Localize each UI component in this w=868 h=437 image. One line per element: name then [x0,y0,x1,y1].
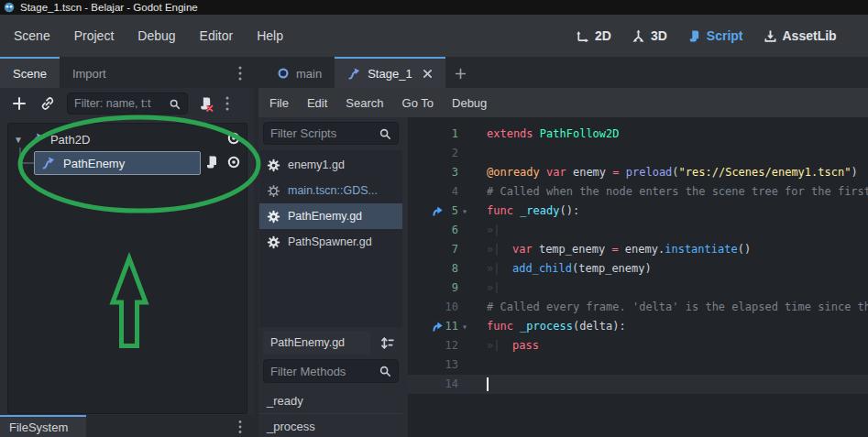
filesystem-options-icon[interactable] [237,420,243,434]
code-text: extends PathFollow2D [487,125,868,144]
2d-icon [576,29,589,43]
line-number: 3 [426,163,458,182]
add-node-icon[interactable] [11,95,27,112]
filter-scripts-input[interactable]: Filter Scripts [263,122,399,145]
scene-tab-stage1[interactable]: Stage_1 [335,57,445,88]
script-list: enemy1.gd main.tscn::GDS... PathEnemy.gd… [259,150,402,327]
code-line-6[interactable]: 6»| [408,221,868,240]
workspace-script-button[interactable]: Script [687,28,743,43]
tab-scene[interactable]: Scene [0,57,60,88]
code-line-2[interactable]: 2 [408,144,868,163]
method-item-process[interactable]: _process [259,414,402,437]
script-item-pathspawner[interactable]: PathSpawner.gd [259,229,402,255]
fold-chevron-icon[interactable]: ▾ [462,202,467,221]
collapse-chevron-icon[interactable]: ▼ [14,135,23,145]
tree-options-icon[interactable] [225,95,230,112]
code-line-3[interactable]: 3@onready var enemy = preload("res://Sce… [408,163,868,182]
script-list-panel: Filter Scripts enemy1.gd main.tscn::GDS.… [258,117,403,437]
code-line-1[interactable]: 1extends PathFollow2D [408,125,868,144]
code-text: »| [487,221,868,240]
tab-indent-marker: »| [487,259,512,279]
visibility-eye-icon[interactable] [226,131,241,146]
code-line-9[interactable]: 9»| [408,279,868,298]
menu-debug[interactable]: Debug [126,15,187,57]
gear-icon [267,235,280,249]
scene-tab-main[interactable]: main [264,59,335,88]
gear-icon [267,158,280,172]
tab-indent-marker: »| [487,240,512,259]
current-script-name: PathEnemy.gd [263,331,370,355]
godot-logo-icon [4,2,15,13]
workspace-3d-button[interactable]: 3D [632,28,667,43]
script-menu-file[interactable]: File [260,96,298,110]
tab-indent-marker: »| [487,221,512,240]
detach-script-icon[interactable] [197,95,214,112]
method-list: _ready _process [259,388,402,437]
line-number: 5 [426,202,458,221]
code-line-8[interactable]: 8»|add_child(temp_enemy) [408,259,868,279]
scene-tab-bar: main Stage_1 [258,57,868,88]
code-line-7[interactable]: 7»|var temp_enemy = enemy.instantiate() [408,240,868,259]
fold-chevron-icon[interactable]: ▾ [462,317,467,336]
code-line-12[interactable]: 12»|pass [408,336,868,355]
line-number: 6 [426,221,458,240]
script-menu-goto[interactable]: Go To [393,96,443,110]
download-icon [764,29,777,43]
line-number: 11 [426,317,458,336]
scene-tree-panel: ▼ Path2D PathEnemy [7,123,247,414]
workspace-2d-button[interactable]: 2D [576,28,611,43]
script-item-pathenemy[interactable]: PathEnemy.gd [259,203,402,229]
code-text: func _ready(): [487,202,868,221]
workspace-assetlib-button[interactable]: AssetLib [764,28,837,43]
code-editor[interactable]: 1extends PathFollow2D23@onready var enem… [408,117,868,437]
3d-icon [632,29,645,43]
script-menu-search[interactable]: Search [336,96,392,110]
close-tab-icon[interactable] [423,69,433,79]
menu-project[interactable]: Project [62,15,126,57]
code-line-4[interactable]: 4# Called when the node enters the scene… [408,182,868,202]
tab-filesystem[interactable]: FileSystem [0,415,86,437]
code-line-13[interactable]: 13 [408,355,868,375]
sort-methods-icon[interactable] [375,331,400,355]
script-menu-edit[interactable]: Edit [298,96,336,110]
dock-options-icon[interactable] [237,65,243,82]
code-line-10[interactable]: 10# Called every frame. 'delta' is the e… [408,298,868,317]
code-line-5[interactable]: 5▾func _ready(): [408,202,868,221]
code-text: »|var temp_enemy = enemy.instantiate() [487,240,868,259]
code-line-11[interactable]: 11▾func _process(delta): [408,317,868,336]
menu-editor[interactable]: Editor [188,15,246,57]
line-number: 1 [426,125,458,144]
instance-scene-link-icon[interactable] [39,95,56,112]
gear-outline-icon [267,184,280,198]
node2d-circle-icon [277,67,290,80]
tree-guide-line [19,162,34,164]
line-number: 9 [426,279,458,298]
workspace-switcher: 2D 3D Script AssetLib [576,15,837,57]
code-text: »|pass [487,336,868,355]
menu-scene[interactable]: Scene [2,15,62,57]
code-line-14[interactable]: 14 [408,375,868,394]
code-text: func _process(delta): [487,317,868,336]
tab-indent-marker: »| [487,279,512,298]
path2d-node-icon [29,132,44,147]
visibility-eye-icon[interactable] [226,155,241,169]
node-label: PathEnemy [63,157,125,170]
new-scene-tab-icon[interactable] [445,59,476,88]
tree-node-path2d[interactable]: ▼ Path2D [14,129,90,149]
search-icon [379,365,391,377]
script-menu-debug[interactable]: Debug [443,96,496,110]
scene-filter-input[interactable]: Filter: name, t:t [67,93,188,115]
method-item-ready[interactable]: _ready [259,388,402,414]
menu-help[interactable]: Help [245,15,295,57]
tree-node-pathenemy[interactable]: PathEnemy [34,151,201,175]
script-item-enemy1[interactable]: enemy1.gd [259,152,402,178]
attached-script-icon[interactable] [204,155,219,169]
filesystem-dock-header: FileSystem [0,415,254,437]
script-item-builtin[interactable]: main.tscn::GDS... [259,178,402,203]
tab-import[interactable]: Import [60,59,119,88]
script-editor-menu-bar: File Edit Search Go To Debug [258,88,868,117]
scene-dock-toolbar: Filter: name, t:t [0,88,254,119]
script-icon [687,29,701,43]
code-text: @onready var enemy = preload("res://Scen… [487,163,868,182]
filter-methods-input[interactable]: Filter Methods [263,359,399,383]
